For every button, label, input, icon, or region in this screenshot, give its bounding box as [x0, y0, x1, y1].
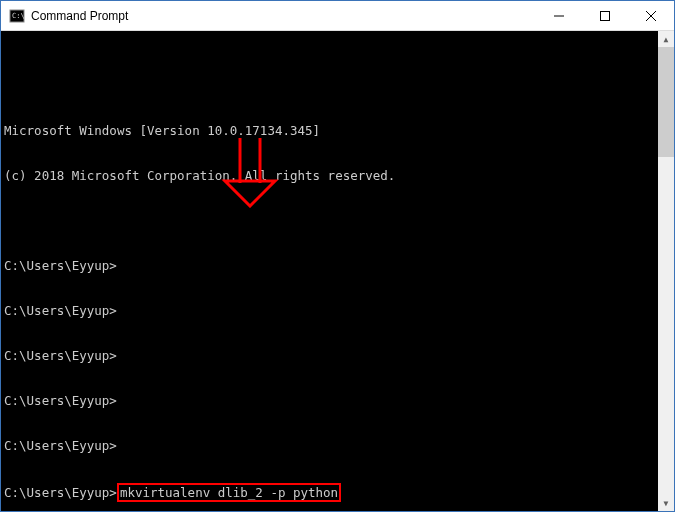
window-controls — [536, 1, 674, 30]
cmd-icon: C:\ — [9, 8, 25, 24]
highlighted-command: mkvirtualenv dlib_2 -p python — [117, 483, 341, 502]
header-line: Microsoft Windows [Version 10.0.17134.34… — [4, 123, 655, 138]
command-prompt-window: C:\ Command Prompt Microsoft Windows [Ve… — [0, 0, 675, 512]
window-title: Command Prompt — [31, 9, 536, 23]
prompt-line: C:\Users\Eyyup> — [4, 258, 655, 273]
svg-text:C:\: C:\ — [12, 12, 25, 20]
scroll-down-arrow-icon[interactable]: ▼ — [658, 495, 674, 511]
terminal-area[interactable]: Microsoft Windows [Version 10.0.17134.34… — [1, 31, 674, 511]
svg-marker-8 — [225, 181, 275, 206]
prompt-line: C:\Users\Eyyup> — [4, 393, 655, 408]
svg-rect-3 — [601, 11, 610, 20]
command-line: C:\Users\Eyyup>mkvirtualenv dlib_2 -p py… — [4, 483, 655, 502]
prompt-line: C:\Users\Eyyup> — [4, 303, 655, 318]
maximize-button[interactable] — [582, 1, 628, 30]
prompt-line: C:\Users\Eyyup> — [4, 438, 655, 453]
minimize-button[interactable] — [536, 1, 582, 30]
prompt-line: C:\Users\Eyyup> — [4, 348, 655, 363]
titlebar[interactable]: C:\ Command Prompt — [1, 1, 674, 31]
header-line: (c) 2018 Microsoft Corporation. All righ… — [4, 168, 655, 183]
scroll-up-arrow-icon[interactable]: ▲ — [658, 31, 674, 47]
vertical-scrollbar[interactable]: ▲ ▼ — [658, 31, 674, 511]
close-button[interactable] — [628, 1, 674, 30]
scrollbar-thumb[interactable] — [658, 47, 674, 157]
